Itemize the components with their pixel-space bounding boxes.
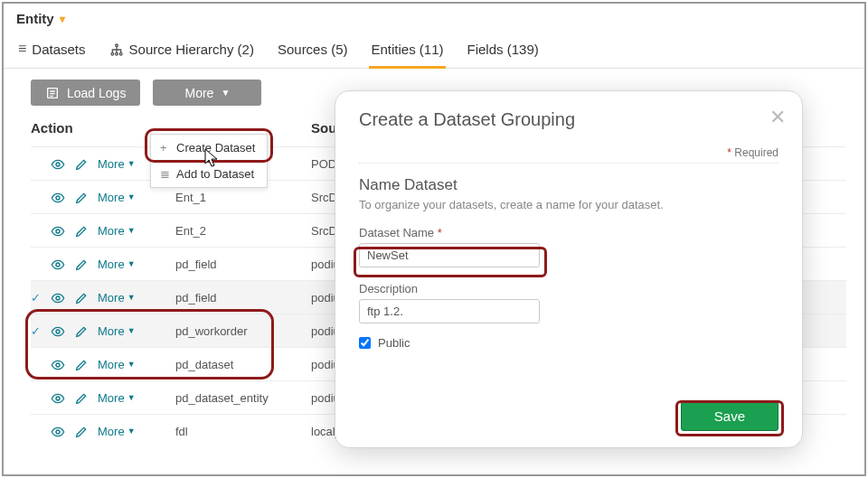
- row-more-link[interactable]: More▼: [98, 425, 136, 438]
- check-icon: ✓: [31, 291, 42, 305]
- public-label: Public: [378, 336, 410, 350]
- cell-name: Ent_1: [175, 191, 311, 204]
- svg-point-3: [119, 52, 122, 55]
- description-input[interactable]: [359, 299, 540, 323]
- section-subtext: To organize your datasets, create a name…: [359, 198, 778, 211]
- tab-source-hierarchy[interactable]: Source Hierarchy (2): [108, 32, 256, 68]
- close-icon[interactable]: ✕: [769, 106, 786, 129]
- svg-point-0: [115, 44, 118, 47]
- tab-sources[interactable]: Sources (5): [276, 33, 350, 68]
- list-icon: ≡: [18, 41, 26, 57]
- cell-name: pd_dataset_entity: [175, 391, 311, 405]
- section-heading: Name Dataset: [359, 176, 778, 194]
- tab-datasets-label: Datasets: [32, 42, 85, 57]
- tab-datasets[interactable]: ≡ Datasets: [16, 32, 88, 68]
- save-button[interactable]: Save: [681, 401, 778, 431]
- svg-point-6: [56, 196, 60, 200]
- tab-sources-label: Sources (5): [278, 42, 348, 57]
- eye-icon[interactable]: [51, 223, 65, 239]
- svg-point-10: [56, 330, 60, 333]
- cell-name: pd_field: [175, 291, 311, 305]
- row-more-link[interactable]: More▼: [98, 324, 136, 338]
- eye-icon[interactable]: [51, 424, 65, 439]
- cell-name: fdl: [175, 425, 311, 438]
- svg-point-8: [56, 263, 60, 267]
- row-more-link[interactable]: More▼: [98, 358, 136, 371]
- cursor-icon: [203, 147, 221, 173]
- required-note: * Required: [359, 130, 778, 164]
- more-button[interactable]: More ▼: [153, 80, 261, 106]
- eye-icon[interactable]: [51, 156, 65, 172]
- svg-point-9: [56, 296, 60, 300]
- edit-icon[interactable]: [74, 257, 89, 272]
- eye-icon[interactable]: [51, 190, 65, 205]
- row-more-link[interactable]: More▼: [98, 224, 136, 238]
- list-add-icon: ≣: [160, 167, 171, 181]
- more-label: More: [185, 86, 214, 100]
- edit-icon[interactable]: [74, 390, 89, 406]
- eye-icon[interactable]: [51, 257, 65, 272]
- edit-icon[interactable]: [74, 424, 89, 439]
- eye-icon[interactable]: [51, 323, 65, 339]
- action-cell: ✓More▼: [31, 323, 175, 339]
- dataset-name-label: Dataset Name *: [359, 226, 778, 239]
- svg-point-7: [56, 230, 60, 233]
- action-cell: More▼: [31, 357, 175, 372]
- load-logs-button[interactable]: Load Logs: [31, 80, 140, 106]
- modal-title: Create a Dataset Grouping: [359, 109, 778, 130]
- svg-point-11: [56, 363, 60, 367]
- action-cell: More▼: [31, 257, 175, 272]
- row-more-link[interactable]: More▼: [98, 258, 136, 271]
- row-more-link[interactable]: More▼: [98, 291, 136, 305]
- action-cell: More▼: [31, 424, 175, 439]
- edit-icon[interactable]: [74, 223, 89, 239]
- page-title: Entity: [16, 11, 54, 26]
- load-logs-label: Load Logs: [67, 86, 126, 100]
- svg-point-5: [56, 163, 60, 166]
- edit-icon[interactable]: [74, 323, 89, 339]
- hierarchy-icon: [109, 41, 124, 57]
- row-more-link[interactable]: More▼: [98, 391, 136, 405]
- edit-icon[interactable]: [74, 190, 89, 205]
- action-cell: More▼: [31, 223, 175, 239]
- description-label: Description: [359, 282, 778, 295]
- log-icon: [45, 85, 60, 100]
- edit-icon[interactable]: [74, 156, 89, 172]
- eye-icon[interactable]: [51, 357, 65, 372]
- tab-fields-label: Fields (139): [467, 42, 539, 57]
- public-checkbox[interactable]: [359, 337, 371, 349]
- tab-fields[interactable]: Fields (139): [466, 33, 541, 68]
- tab-entities-label: Entities (11): [371, 42, 443, 57]
- svg-point-12: [56, 397, 60, 400]
- plus-icon: +: [160, 141, 171, 155]
- dataset-name-input[interactable]: [359, 243, 540, 267]
- row-more-link[interactable]: More▼: [98, 191, 136, 204]
- svg-point-13: [56, 430, 60, 434]
- eye-icon[interactable]: [51, 290, 65, 305]
- action-cell: More▼: [31, 390, 175, 406]
- chevron-down-icon[interactable]: ▾: [60, 13, 65, 25]
- tab-entities[interactable]: Entities (11): [369, 33, 445, 68]
- tab-source-hierarchy-label: Source Hierarchy (2): [129, 42, 254, 57]
- eye-icon[interactable]: [51, 390, 65, 406]
- cell-name: pd_field: [175, 258, 311, 271]
- public-checkbox-row[interactable]: Public: [359, 336, 778, 350]
- create-dataset-modal: Create a Dataset Grouping ✕ * Required N…: [335, 90, 803, 448]
- cell-name: pd_workorder: [175, 324, 311, 338]
- cell-name: pd_dataset: [175, 358, 311, 371]
- svg-point-2: [115, 52, 118, 55]
- action-cell: ✓More▼: [31, 290, 175, 305]
- cell-name: Ent_2: [175, 224, 311, 238]
- row-more-link[interactable]: More▼: [98, 157, 136, 171]
- check-icon: ✓: [31, 324, 42, 338]
- nav-tabs: ≡ Datasets Source Hierarchy (2) Sources …: [4, 32, 864, 69]
- edit-icon[interactable]: [74, 290, 89, 305]
- svg-point-1: [111, 52, 114, 55]
- caret-down-icon: ▼: [221, 88, 230, 98]
- edit-icon[interactable]: [74, 357, 89, 372]
- action-cell: More▼: [31, 190, 175, 205]
